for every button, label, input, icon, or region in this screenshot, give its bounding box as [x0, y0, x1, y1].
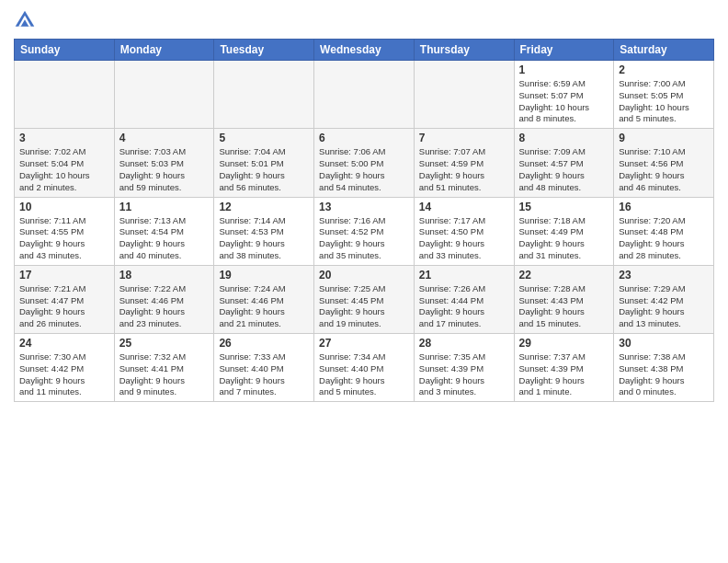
day-info: Sunrise: 7:17 AM Sunset: 4:50 PM Dayligh…	[419, 215, 509, 262]
day-info: Sunrise: 7:04 AM Sunset: 5:01 PM Dayligh…	[219, 146, 309, 193]
logo	[14, 9, 40, 31]
day-info: Sunrise: 7:24 AM Sunset: 4:46 PM Dayligh…	[219, 283, 309, 330]
week-row-5: 24Sunrise: 7:30 AM Sunset: 4:42 PM Dayli…	[15, 334, 714, 402]
calendar-cell: 30Sunrise: 7:38 AM Sunset: 4:38 PM Dayli…	[614, 334, 714, 402]
calendar-cell: 26Sunrise: 7:33 AM Sunset: 4:40 PM Dayli…	[214, 334, 314, 402]
day-info: Sunrise: 7:02 AM Sunset: 5:04 PM Dayligh…	[19, 146, 109, 193]
day-number: 18	[119, 269, 210, 282]
calendar-cell: 5Sunrise: 7:04 AM Sunset: 5:01 PM Daylig…	[214, 129, 314, 197]
day-info: Sunrise: 7:14 AM Sunset: 4:53 PM Dayligh…	[219, 215, 309, 262]
calendar-cell	[414, 61, 514, 129]
day-number: 22	[519, 269, 609, 282]
calendar-cell	[314, 61, 415, 129]
day-info: Sunrise: 7:03 AM Sunset: 5:03 PM Dayligh…	[119, 146, 210, 193]
day-number: 23	[619, 269, 709, 282]
day-info: Sunrise: 7:22 AM Sunset: 4:46 PM Dayligh…	[119, 283, 210, 330]
calendar-cell	[214, 61, 314, 129]
day-number: 9	[619, 132, 709, 144]
calendar-cell: 20Sunrise: 7:25 AM Sunset: 4:45 PM Dayli…	[314, 265, 415, 333]
calendar-cell	[15, 61, 115, 129]
column-header-tuesday: Tuesday	[214, 40, 314, 61]
day-info: Sunrise: 7:09 AM Sunset: 4:57 PM Dayligh…	[519, 146, 609, 193]
logo-icon	[14, 9, 36, 31]
calendar-cell: 9Sunrise: 7:10 AM Sunset: 4:56 PM Daylig…	[614, 129, 714, 197]
day-info: Sunrise: 7:11 AM Sunset: 4:55 PM Dayligh…	[19, 215, 109, 262]
day-number: 15	[519, 201, 609, 213]
calendar-cell: 23Sunrise: 7:29 AM Sunset: 4:42 PM Dayli…	[614, 265, 714, 333]
day-info: Sunrise: 7:13 AM Sunset: 4:54 PM Dayligh…	[119, 215, 210, 262]
calendar-cell: 28Sunrise: 7:35 AM Sunset: 4:39 PM Dayli…	[414, 334, 514, 402]
day-info: Sunrise: 7:00 AM Sunset: 5:05 PM Dayligh…	[619, 78, 709, 125]
calendar-cell: 21Sunrise: 7:26 AM Sunset: 4:44 PM Dayli…	[414, 265, 514, 333]
column-header-monday: Monday	[114, 40, 214, 61]
day-number: 29	[519, 337, 609, 350]
day-info: Sunrise: 7:06 AM Sunset: 5:00 PM Dayligh…	[319, 146, 409, 193]
day-number: 6	[319, 132, 409, 144]
day-info: Sunrise: 7:38 AM Sunset: 4:38 PM Dayligh…	[619, 351, 709, 398]
day-info: Sunrise: 7:32 AM Sunset: 4:41 PM Dayligh…	[119, 351, 210, 398]
day-number: 4	[119, 132, 210, 144]
day-number: 27	[319, 337, 409, 350]
week-row-1: 1Sunrise: 6:59 AM Sunset: 5:07 PM Daylig…	[15, 61, 714, 129]
week-row-2: 3Sunrise: 7:02 AM Sunset: 5:04 PM Daylig…	[15, 129, 714, 197]
calendar-cell: 1Sunrise: 6:59 AM Sunset: 5:07 PM Daylig…	[514, 61, 614, 129]
calendar-cell: 27Sunrise: 7:34 AM Sunset: 4:40 PM Dayli…	[314, 334, 415, 402]
column-header-sunday: Sunday	[15, 40, 115, 61]
day-info: Sunrise: 6:59 AM Sunset: 5:07 PM Dayligh…	[519, 78, 609, 125]
day-number: 1	[519, 63, 609, 76]
day-number: 10	[19, 201, 109, 213]
day-number: 21	[419, 269, 509, 282]
calendar-cell: 4Sunrise: 7:03 AM Sunset: 5:03 PM Daylig…	[114, 129, 214, 197]
day-info: Sunrise: 7:35 AM Sunset: 4:39 PM Dayligh…	[419, 351, 509, 398]
calendar-cell: 19Sunrise: 7:24 AM Sunset: 4:46 PM Dayli…	[214, 265, 314, 333]
week-row-3: 10Sunrise: 7:11 AM Sunset: 4:55 PM Dayli…	[15, 197, 714, 265]
day-info: Sunrise: 7:21 AM Sunset: 4:47 PM Dayligh…	[19, 283, 109, 330]
day-number: 8	[519, 132, 609, 144]
calendar-cell: 25Sunrise: 7:32 AM Sunset: 4:41 PM Dayli…	[114, 334, 214, 402]
calendar-cell: 15Sunrise: 7:18 AM Sunset: 4:49 PM Dayli…	[514, 197, 614, 265]
day-number: 24	[19, 337, 109, 350]
day-info: Sunrise: 7:16 AM Sunset: 4:52 PM Dayligh…	[319, 215, 409, 262]
calendar-table: SundayMondayTuesdayWednesdayThursdayFrid…	[14, 39, 714, 402]
column-header-thursday: Thursday	[414, 40, 514, 61]
week-row-4: 17Sunrise: 7:21 AM Sunset: 4:47 PM Dayli…	[15, 265, 714, 333]
day-number: 30	[619, 337, 709, 350]
calendar-cell: 11Sunrise: 7:13 AM Sunset: 4:54 PM Dayli…	[114, 197, 214, 265]
day-number: 14	[419, 201, 509, 213]
calendar-header-row: SundayMondayTuesdayWednesdayThursdayFrid…	[15, 40, 714, 61]
calendar-cell: 16Sunrise: 7:20 AM Sunset: 4:48 PM Dayli…	[614, 197, 714, 265]
day-number: 2	[619, 63, 709, 76]
day-number: 19	[219, 269, 309, 282]
calendar-cell: 18Sunrise: 7:22 AM Sunset: 4:46 PM Dayli…	[114, 265, 214, 333]
day-number: 3	[19, 132, 109, 144]
calendar-cell: 17Sunrise: 7:21 AM Sunset: 4:47 PM Dayli…	[15, 265, 115, 333]
day-info: Sunrise: 7:30 AM Sunset: 4:42 PM Dayligh…	[19, 351, 109, 398]
calendar-cell: 29Sunrise: 7:37 AM Sunset: 4:39 PM Dayli…	[514, 334, 614, 402]
calendar-cell: 14Sunrise: 7:17 AM Sunset: 4:50 PM Dayli…	[414, 197, 514, 265]
column-header-friday: Friday	[514, 40, 614, 61]
day-number: 20	[319, 269, 409, 282]
calendar-cell: 24Sunrise: 7:30 AM Sunset: 4:42 PM Dayli…	[15, 334, 115, 402]
calendar-cell: 2Sunrise: 7:00 AM Sunset: 5:05 PM Daylig…	[614, 61, 714, 129]
day-info: Sunrise: 7:28 AM Sunset: 4:43 PM Dayligh…	[519, 283, 609, 330]
day-number: 17	[19, 269, 109, 282]
day-number: 7	[419, 132, 509, 144]
calendar-cell: 3Sunrise: 7:02 AM Sunset: 5:04 PM Daylig…	[15, 129, 115, 197]
calendar-cell: 6Sunrise: 7:06 AM Sunset: 5:00 PM Daylig…	[314, 129, 415, 197]
calendar-cell: 13Sunrise: 7:16 AM Sunset: 4:52 PM Dayli…	[314, 197, 415, 265]
day-info: Sunrise: 7:33 AM Sunset: 4:40 PM Dayligh…	[219, 351, 309, 398]
day-info: Sunrise: 7:34 AM Sunset: 4:40 PM Dayligh…	[319, 351, 409, 398]
day-info: Sunrise: 7:10 AM Sunset: 4:56 PM Dayligh…	[619, 146, 709, 193]
day-info: Sunrise: 7:26 AM Sunset: 4:44 PM Dayligh…	[419, 283, 509, 330]
day-info: Sunrise: 7:25 AM Sunset: 4:45 PM Dayligh…	[319, 283, 409, 330]
column-header-wednesday: Wednesday	[314, 40, 415, 61]
calendar-cell: 10Sunrise: 7:11 AM Sunset: 4:55 PM Dayli…	[15, 197, 115, 265]
calendar-cell: 12Sunrise: 7:14 AM Sunset: 4:53 PM Dayli…	[214, 197, 314, 265]
day-info: Sunrise: 7:37 AM Sunset: 4:39 PM Dayligh…	[519, 351, 609, 398]
day-info: Sunrise: 7:20 AM Sunset: 4:48 PM Dayligh…	[619, 215, 709, 262]
day-info: Sunrise: 7:18 AM Sunset: 4:49 PM Dayligh…	[519, 215, 609, 262]
column-header-saturday: Saturday	[614, 40, 714, 61]
day-number: 13	[319, 201, 409, 213]
calendar-cell: 8Sunrise: 7:09 AM Sunset: 4:57 PM Daylig…	[514, 129, 614, 197]
day-info: Sunrise: 7:07 AM Sunset: 4:59 PM Dayligh…	[419, 146, 509, 193]
